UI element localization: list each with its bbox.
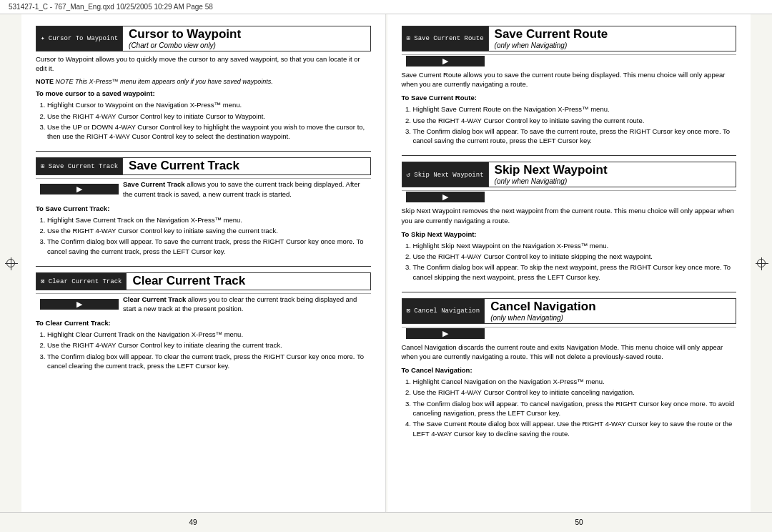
save-route-steps: Highlight Save Current Route on the Navi… — [413, 104, 737, 145]
save-route-arrow-row: ▶ — [402, 54, 737, 67]
clear-track-title-box: Clear Current Track — [127, 273, 370, 290]
bottom-area: 49 50 — [0, 512, 772, 532]
page-number-left: 49 — [189, 516, 197, 529]
cursor-waypoint-icon-box: ✦ Cursor To Waypoint — [36, 26, 123, 51]
divider-1 — [36, 151, 371, 152]
section-save-current-track: ⊞ Save Current Track Save Current Track … — [36, 157, 371, 255]
crosshair-left — [6, 259, 15, 267]
skip-waypoint-steps: Highlight Skip Next Waypoint on the Navi… — [413, 241, 737, 282]
cancel-nav-title-box: Cancel Navigation (only when Navigating) — [485, 299, 736, 323]
save-track-title-box: Save Current Track — [123, 158, 370, 174]
bottom-right: 50 — [386, 513, 772, 532]
section-save-current-route: ⊞ Save Current Route Save Current Route … — [402, 26, 737, 145]
list-item: The Confirm dialog box will appear. To s… — [413, 127, 737, 146]
cursor-waypoint-title: Cursor to Waypoint — [129, 28, 364, 41]
skip-waypoint-description: Skip Next Waypoint removes the next wayp… — [402, 206, 737, 226]
save-route-arrow-cell: ▶ — [406, 56, 485, 66]
skip-waypoint-arrow-row: ▶ — [402, 190, 737, 203]
save-route-header: ⊞ Save Current Route Save Current Route … — [402, 26, 737, 51]
note-label: NOTE — [36, 78, 54, 85]
cancel-nav-arrow-row: ▶ — [402, 327, 737, 340]
list-item: Use the RIGHT 4-WAY Cursor Control key t… — [47, 226, 371, 235]
right-margin — [751, 14, 772, 512]
cancel-nav-title: Cancel Navigation — [490, 300, 730, 314]
list-item: Highlight Cancel Navigation on the Navig… — [413, 377, 737, 386]
save-track-arrow-cell: ▶ — [40, 184, 119, 194]
left-margin — [0, 14, 21, 512]
list-item: The Confirm dialog box will appear. To c… — [413, 399, 737, 418]
skip-waypoint-subtitle: (only when Navigating) — [495, 177, 730, 185]
save-track-icon-text: ⊞ Save Current Track — [41, 162, 118, 170]
pages-wrapper: ✦ Cursor To Waypoint Cursor to Waypoint … — [21, 14, 751, 512]
cancel-nav-subtitle: (only when Navigating) — [490, 314, 730, 322]
save-route-description: Save Current Route allows you to save th… — [402, 70, 737, 90]
page-container: 531427-1_C - 767_Man_Eng.qxd 10/25/2005 … — [0, 0, 772, 532]
save-track-bold: Save Current Track — [123, 180, 185, 188]
section-cancel-navigation: ⊠ Cancel Navigation Cancel Navigation (o… — [402, 298, 737, 438]
cursor-waypoint-subtitle: (Chart or Combo view only) — [129, 41, 364, 49]
clear-track-arrow-cell: ▶ — [40, 299, 119, 310]
cancel-nav-arrow-cell: ▶ — [406, 328, 485, 339]
save-route-icon-text: ⊞ Save Current Route — [407, 34, 484, 42]
page-right: ⊞ Save Current Route Save Current Route … — [387, 14, 751, 512]
save-track-steps: Highlight Save Current Track on the Navi… — [47, 215, 371, 256]
skip-waypoint-title-box: Skip Next Waypoint (only when Navigating… — [489, 162, 736, 187]
cursor-waypoint-title-box: Cursor to Waypoint (Chart or Combo view … — [123, 26, 370, 51]
note-content: NOTE This X-Press™ menu item appears onl… — [56, 78, 273, 85]
save-track-steps-heading: To Save Current Track: — [36, 205, 371, 212]
skip-waypoint-header: ↺ Skip Next Waypoint Skip Next Waypoint … — [402, 162, 737, 187]
skip-waypoint-title: Skip Next Waypoint — [495, 164, 730, 177]
skip-waypoint-arrow-cell: ▶ — [406, 192, 485, 202]
save-track-icon-box: ⊞ Save Current Track — [36, 158, 123, 174]
page-left: ✦ Cursor To Waypoint Cursor to Waypoint … — [21, 14, 386, 512]
list-item: Use the RIGHT 4-WAY Cursor Control key t… — [413, 116, 737, 125]
list-item: Use the RIGHT 4-WAY Cursor Control key t… — [413, 388, 737, 397]
cursor-waypoint-note: NOTE NOTE This X-Press™ menu item appear… — [36, 78, 371, 85]
list-item: The Confirm dialog box will appear. To s… — [47, 237, 371, 256]
list-item: Highlight Skip Next Waypoint on the Navi… — [413, 241, 737, 250]
clear-track-steps-heading: To Clear Current Track: — [36, 319, 371, 327]
save-track-arrow-row: ▶ Save Current Track allows you to save … — [36, 178, 371, 200]
content-area: ✦ Cursor To Waypoint Cursor to Waypoint … — [0, 14, 772, 512]
page-number-right: 50 — [575, 516, 583, 529]
divider-2 — [36, 266, 371, 267]
save-route-title-box: Save Current Route (only when Navigating… — [489, 26, 736, 51]
cursor-waypoint-steps-heading: To move cursor to a saved waypoint: — [36, 89, 371, 97]
cancel-nav-description: Cancel Navigation discards the current r… — [402, 343, 737, 363]
clear-track-icon-box: ⊠ Clear Current Track — [36, 273, 127, 290]
cancel-nav-header: ⊠ Cancel Navigation Cancel Navigation (o… — [402, 298, 737, 324]
divider-4 — [402, 292, 737, 292]
cancel-nav-icon-text: ⊠ Cancel Navigation — [407, 307, 480, 315]
list-item: The Confirm dialog box will appear. To s… — [413, 262, 737, 282]
list-item: Highlight Clear Current Track on the Nav… — [47, 330, 371, 339]
save-track-title: Save Current Track — [129, 159, 364, 173]
header-text: 531427-1_C - 767_Man_Eng.qxd 10/25/2005 … — [9, 3, 213, 11]
section-skip-next-waypoint: ↺ Skip Next Waypoint Skip Next Waypoint … — [402, 162, 737, 281]
list-item: Highlight Save Current Route on the Navi… — [413, 104, 737, 114]
save-route-steps-heading: To Save Current Route: — [402, 94, 737, 102]
save-route-title: Save Current Route — [495, 28, 730, 41]
list-item: Highlight Cursor to Waypoint on the Navi… — [47, 100, 371, 109]
cancel-nav-steps-heading: To Cancel Navigation: — [402, 366, 737, 374]
skip-waypoint-icon-box: ↺ Skip Next Waypoint — [402, 162, 489, 187]
clear-track-bold: Clear Current Track — [123, 295, 186, 303]
clear-track-inline-desc: Clear Current Track allows you to clear … — [123, 295, 371, 315]
clear-track-title: Clear Current Track — [132, 275, 364, 288]
divider-3 — [402, 155, 737, 156]
save-track-inline-desc: Save Current Track allows you to save th… — [123, 179, 371, 200]
skip-waypoint-steps-heading: To Skip Next Waypoint: — [402, 230, 737, 238]
top-header: 531427-1_C - 767_Man_Eng.qxd 10/25/2005 … — [0, 0, 772, 14]
save-route-subtitle: (only when Navigating) — [495, 41, 730, 49]
save-track-header: ⊞ Save Current Track Save Current Track — [36, 157, 371, 175]
cancel-nav-icon-box: ⊠ Cancel Navigation — [402, 299, 485, 323]
list-item: The Confirm dialog box will appear. To c… — [47, 352, 371, 371]
save-route-icon-box: ⊞ Save Current Route — [402, 26, 489, 51]
cancel-nav-steps: Highlight Cancel Navigation on the Navig… — [413, 377, 737, 438]
clear-track-icon-text: ⊠ Clear Current Track — [41, 277, 122, 285]
list-item: Use the UP or DOWN 4-WAY Cursor Control … — [47, 122, 371, 142]
bottom-left: 49 — [0, 513, 386, 532]
list-item: Use the RIGHT 4-WAY Cursor Control key t… — [413, 252, 737, 261]
list-item: The Save Current Route dialog box will a… — [413, 419, 737, 438]
list-item: Highlight Save Current Track on the Navi… — [47, 215, 371, 225]
skip-waypoint-icon-text: ↺ Skip Next Waypoint — [407, 171, 484, 179]
